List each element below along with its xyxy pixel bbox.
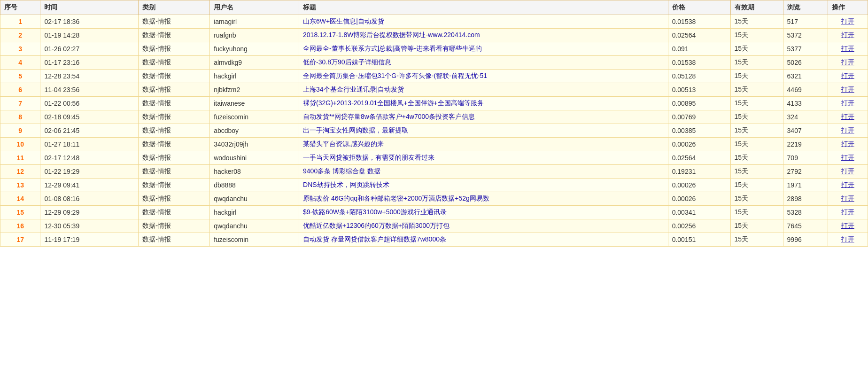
cell-action[interactable]: 打开 [828,15,868,29]
cell-action[interactable]: 打开 [828,233,868,247]
table-row: 13 12-29 09:41 数据-情报 db8888 DNS劫持技术，网页跳转… [0,179,868,192]
col-date: 时间 [40,0,139,15]
cell-title[interactable]: 某猎头平台资源,感兴趣的来 [299,138,668,151]
cell-title[interactable]: 2018.12.17-1.8W博彩后台提权数据带网址-www.220414.co… [299,29,668,42]
cell-user: fuzeiscomin [210,233,299,247]
cell-days: 15天 [730,219,783,233]
cell-title[interactable]: 裸贷(32G)+2013-2019.01全国楼凤+全国伴游+全国高端等服务 [299,97,668,110]
cell-user: iamagirl [210,15,299,29]
cell-num: 17 [0,233,40,247]
cell-action[interactable]: 打开 [828,192,868,206]
open-button[interactable]: 打开 [841,194,854,202]
cell-category: 数据-情报 [139,233,210,247]
open-button[interactable]: 打开 [841,126,854,134]
cell-user: hackgirl [210,70,299,83]
open-button[interactable]: 打开 [841,208,854,216]
cell-views: 6321 [783,70,828,83]
table-row: 12 01-22 19:29 数据-情报 hacker08 9400多条 博彩综… [0,165,868,179]
cell-category: 数据-情报 [139,192,210,206]
open-button[interactable]: 打开 [841,45,854,52]
cell-category: 数据-情报 [139,110,210,124]
cell-price: 0.00769 [668,110,730,124]
cell-title[interactable]: 自动发货**网贷存量8w条借款客户+4w7000条投资客户信息 [299,110,668,124]
cell-action[interactable]: 打开 [828,124,868,138]
cell-views: 1971 [783,179,828,192]
cell-title[interactable]: 原帖改价 46G的qq和各种邮箱老密+2000万酒店数据+52g网易数 [299,192,668,206]
open-button[interactable]: 打开 [841,235,854,243]
cell-date: 11-19 17:19 [40,233,139,247]
cell-title[interactable]: 9400多条 博彩综合盘 数据 [299,165,668,179]
cell-num: 5 [0,70,40,83]
cell-action[interactable]: 打开 [828,70,868,83]
cell-days: 15天 [730,15,783,29]
open-button[interactable]: 打开 [841,167,854,175]
cell-title[interactable]: 自动发货 存量网贷借款客户超详细数据7w8000条 [299,233,668,247]
cell-views: 4133 [783,97,828,110]
cell-action[interactable]: 打开 [828,206,868,219]
table-header: 序号 时间 类别 用户名 标题 价格 有效期 浏览 操作 [0,0,868,15]
cell-user: ruafgnb [210,29,299,42]
cell-price: 0.01538 [668,56,730,70]
cell-days: 15天 [730,206,783,219]
cell-title[interactable]: 一手当天网贷被拒数据，有需要的朋友看过来 [299,151,668,165]
open-button[interactable]: 打开 [841,222,854,229]
cell-date: 01-19 14:28 [40,29,139,42]
cell-price: 0.091 [668,42,730,56]
cell-price: 0.00026 [668,192,730,206]
cell-title[interactable]: 山东6W+医生信息|自动发货 [299,15,668,29]
cell-category: 数据-情报 [139,83,210,97]
open-button[interactable]: 打开 [841,113,854,120]
cell-views: 5026 [783,56,828,70]
cell-action[interactable]: 打开 [828,179,868,192]
cell-action[interactable]: 打开 [828,151,868,165]
open-button[interactable]: 打开 [841,154,854,161]
open-button[interactable]: 打开 [841,140,854,148]
open-button[interactable]: 打开 [841,72,854,79]
cell-date: 01-22 19:29 [40,165,139,179]
cell-title[interactable]: 全网最全简历集合-压缩包31个G-许多有头像-(智联-前程无忧-51 [299,70,668,83]
cell-action[interactable]: 打开 [828,29,868,42]
cell-title[interactable]: $9-铁路60W条+陌陌3100w+5000游戏行业通讯录 [299,206,668,219]
cell-action[interactable]: 打开 [828,56,868,70]
cell-date: 12-29 09:29 [40,206,139,219]
cell-title[interactable]: 上海34个基金行业通讯录|自动发货 [299,83,668,97]
cell-category: 数据-情报 [139,151,210,165]
cell-date: 02-06 21:45 [40,124,139,138]
cell-num: 12 [0,165,40,179]
table-row: 7 01-22 00:56 数据-情报 itaiwanese 裸贷(32G)+2… [0,97,868,110]
open-button[interactable]: 打开 [841,99,854,107]
cell-days: 15天 [730,110,783,124]
cell-user: qwqdanchu [210,219,299,233]
cell-action[interactable]: 打开 [828,97,868,110]
cell-action[interactable]: 打开 [828,83,868,97]
cell-action[interactable]: 打开 [828,165,868,179]
cell-date: 02-17 18:36 [40,15,139,29]
cell-category: 数据-情报 [139,179,210,192]
cell-user: fuckyuhong [210,42,299,56]
cell-days: 15天 [730,97,783,110]
cell-days: 15天 [730,124,783,138]
cell-category: 数据-情报 [139,138,210,151]
cell-days: 15天 [730,56,783,70]
cell-user: itaiwanese [210,97,299,110]
cell-action[interactable]: 打开 [828,138,868,151]
open-button[interactable]: 打开 [841,85,854,93]
cell-action[interactable]: 打开 [828,110,868,124]
cell-title[interactable]: 出一手淘宝女性网购数据，最新提取 [299,124,668,138]
open-button[interactable]: 打开 [841,31,854,39]
cell-user: fuzeiscomin [210,110,299,124]
cell-days: 15天 [730,233,783,247]
cell-price: 0.00341 [668,206,730,219]
cell-title[interactable]: 优酷近亿数据+12306的60万数据+陌陌3000万打包 [299,219,668,233]
cell-title[interactable]: DNS劫持技术，网页跳转技术 [299,179,668,192]
cell-action[interactable]: 打开 [828,42,868,56]
table-row: 9 02-06 21:45 数据-情报 abcdboy 出一手淘宝女性网购数据，… [0,124,868,138]
cell-title[interactable]: 全网最全-董事长联系方式|总裁|高管等-进来看看有哪些牛逼的 [299,42,668,56]
open-button[interactable]: 打开 [841,181,854,188]
cell-user: 34032rj09jh [210,138,299,151]
open-button[interactable]: 打开 [841,58,854,66]
cell-action[interactable]: 打开 [828,219,868,233]
open-button[interactable]: 打开 [841,17,854,25]
cell-date: 02-18 09:45 [40,110,139,124]
cell-title[interactable]: 低价-30.8万90后妹子详细信息 [299,56,668,70]
